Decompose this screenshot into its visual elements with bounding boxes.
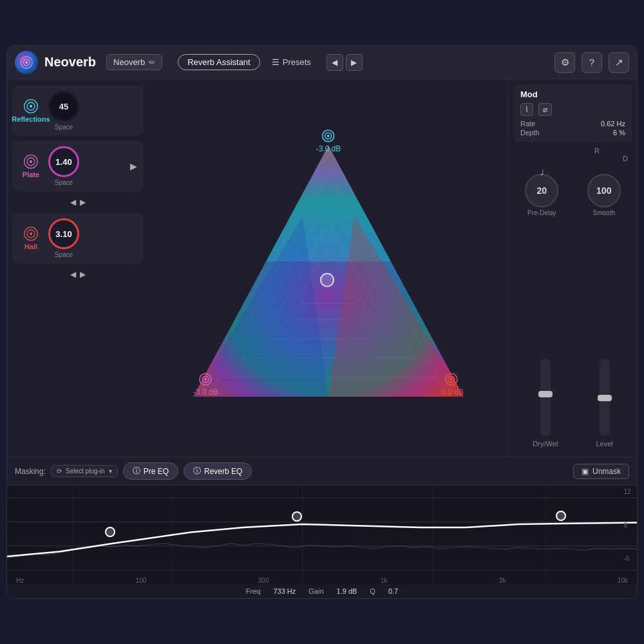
plate-label: Plate xyxy=(23,171,39,178)
depth-label: Depth xyxy=(520,129,539,137)
presets-button[interactable]: ☰ Presets xyxy=(267,55,316,70)
sliders-section: Dry/Wet Level xyxy=(514,227,632,451)
mod-title: Mod xyxy=(520,90,625,99)
visualizer-top-label: -3.0 dB xyxy=(316,129,341,153)
freq-10k: 10k xyxy=(618,577,628,584)
blend-point[interactable] xyxy=(320,273,334,287)
preset-name-box[interactable]: Neoverb ✏ xyxy=(106,54,162,70)
masking-select[interactable]: ⟳ Select plug-in ▾ xyxy=(51,465,118,477)
reverb-eq-icon: ⓘ xyxy=(193,466,201,477)
q-info-value: 0.7 xyxy=(388,587,398,595)
smooth-label: Smooth xyxy=(593,209,615,216)
hall-knob-container: 3.10 Space xyxy=(48,218,79,258)
db-neg6-label: -6 xyxy=(624,555,633,562)
eq-node-3[interactable] xyxy=(556,511,566,521)
freq-1k: 1k xyxy=(381,577,388,584)
dry-wet-label: Dry/Wet xyxy=(533,440,558,448)
hall-prev-arrow[interactable]: ◀ xyxy=(70,270,76,279)
reverb-assistant-button[interactable]: Reverb Assistant xyxy=(178,54,260,70)
plate-knob-container: 1.40 Space xyxy=(48,146,79,186)
hall-label: Hall xyxy=(24,243,37,251)
mod-random-icon[interactable]: ⌀ xyxy=(538,103,552,116)
pre-eq-label: Pre EQ xyxy=(144,467,169,476)
plate-nav-arrows: ◀ ▶ xyxy=(12,196,144,208)
center-area: -3.0 dB -3.0 dB xyxy=(149,79,508,457)
unmask-label: Unmask xyxy=(592,467,621,476)
dr-labels: D R xyxy=(514,148,632,164)
reverb-eq-tab[interactable]: ⓘ Reverb EQ xyxy=(184,462,252,480)
rate-label: Rate xyxy=(520,120,535,128)
visualizer: -3.0 dB -3.0 dB xyxy=(149,79,508,457)
pre-eq-tab[interactable]: ⓘ Pre EQ xyxy=(123,462,178,480)
svg-point-30 xyxy=(450,378,453,381)
plate-icon-container: Plate xyxy=(19,154,43,178)
q-info-label: Q xyxy=(370,587,375,595)
mod-wave-icon[interactable]: ⌇ xyxy=(520,103,533,116)
freq-info-label: Freq xyxy=(246,587,261,595)
gain-info-value: 1.9 dB xyxy=(337,587,357,595)
left-db-label: -3.0 dB xyxy=(193,388,218,397)
plate-prev-arrow[interactable]: ◀ xyxy=(70,198,76,207)
eq-freq-labels: Hz 100 300 1k 3k 10k xyxy=(7,577,637,584)
level-label: Level xyxy=(596,440,612,448)
plate-expand: ▶ xyxy=(130,161,137,171)
prev-arrow[interactable]: ◀ xyxy=(327,54,343,71)
rate-value: 0.62 Hz xyxy=(601,120,625,128)
visualizer-right-label: -3.0 dB xyxy=(439,372,464,397)
freq-hz: Hz xyxy=(16,577,24,584)
triangle-bg: -3.0 dB -3.0 dB xyxy=(174,120,483,416)
eq-header: Masking: ⟳ Select plug-in ▾ ⓘ Pre EQ ⓘ R… xyxy=(7,457,637,486)
dry-wet-thumb[interactable] xyxy=(538,391,553,397)
db-12-label: 12 xyxy=(624,488,633,495)
hall-knob[interactable]: 3.10 xyxy=(48,218,79,249)
svg-point-5 xyxy=(30,105,32,108)
next-arrow[interactable]: ▶ xyxy=(346,54,363,71)
svg-point-11 xyxy=(30,232,32,235)
freq-100: 100 xyxy=(136,577,147,584)
help-icon[interactable]: ? xyxy=(582,52,602,73)
unmask-button[interactable]: ▣ Unmask xyxy=(573,464,629,479)
hall-next-arrow[interactable]: ▶ xyxy=(80,270,86,279)
reflections-knob[interactable]: 45 xyxy=(48,91,79,122)
level-thumb[interactable] xyxy=(598,395,612,401)
smooth-value: 100 xyxy=(596,185,611,196)
nav-arrows: ◀ ▶ xyxy=(327,54,363,71)
eq-canvas: 12 6 -6 -24 Hz 100 300 1k 3k 10k Freq 73… xyxy=(7,486,637,598)
plugin-window: Neoverb Neoverb ✏ Reverb Assistant ☰ Pre… xyxy=(6,45,638,599)
dropdown-icon: ▾ xyxy=(109,468,112,475)
hall-icon-container: Hall xyxy=(19,226,43,251)
knobs-row: ♩ 20 Pre-Delay 100 Smooth xyxy=(514,170,632,220)
select-plugin-text: Select plug-in xyxy=(66,468,105,475)
dry-wet-track[interactable] xyxy=(540,359,551,436)
right-db-label: -3.0 dB xyxy=(439,388,464,397)
hall-nav-arrows: ◀ ▶ xyxy=(12,269,144,280)
level-track[interactable] xyxy=(600,359,610,436)
main-area: Reflections 45 Space Plate xyxy=(7,79,637,457)
eq-node-1[interactable] xyxy=(105,527,115,537)
dry-wet-slider-container: Dry/Wet xyxy=(533,359,558,448)
smooth-knob[interactable]: 100 xyxy=(587,174,621,207)
pre-delay-value: 20 xyxy=(536,185,547,196)
header: Neoverb Neoverb ✏ Reverb Assistant ☰ Pre… xyxy=(7,46,637,79)
right-panel: Mod ⌇ ⌀ Rate 0.62 Hz Depth 6 % D R xyxy=(508,79,637,457)
reflections-label: Reflections xyxy=(12,115,50,123)
masking-label: Masking: xyxy=(15,467,46,476)
pre-delay-knob[interactable]: ♩ 20 xyxy=(525,174,558,207)
visualizer-left-label: -3.0 dB xyxy=(193,372,218,397)
svg-point-8 xyxy=(30,160,32,163)
plate-expand-button[interactable]: ▶ xyxy=(130,161,137,171)
pre-delay-note-icon: ♩ xyxy=(540,169,544,177)
wand-icon[interactable]: ↗ xyxy=(609,52,629,73)
freq-300: 300 xyxy=(258,577,269,584)
svg-marker-19 xyxy=(264,146,393,261)
plate-knob[interactable]: 1.40 xyxy=(48,146,79,177)
level-slider-container: Level xyxy=(596,359,612,448)
eq-node-2[interactable] xyxy=(292,511,302,522)
svg-point-27 xyxy=(204,378,207,381)
settings-icon[interactable]: ⚙ xyxy=(554,52,575,73)
plate-row: Plate 1.40 Space ▶ xyxy=(12,141,144,191)
db-6-label: 6 xyxy=(624,522,633,529)
pre-delay-label: Pre-Delay xyxy=(527,209,556,216)
presets-label: Presets xyxy=(283,57,311,67)
plate-next-arrow[interactable]: ▶ xyxy=(80,198,86,207)
